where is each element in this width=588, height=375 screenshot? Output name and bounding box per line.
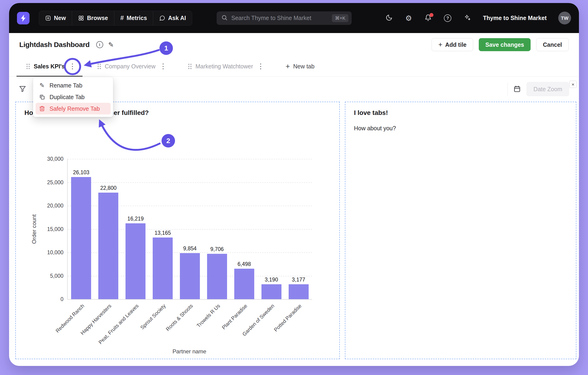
plus-icon: + (438, 41, 442, 48)
nav-metrics-button[interactable]: # Metrics (114, 11, 153, 25)
x-category-text: Garden of Sweden (241, 303, 276, 337)
add-tile-label: Add tile (445, 41, 467, 48)
grid-icon (78, 15, 84, 21)
plus-square-icon (45, 15, 51, 21)
x-category-label: Garden of Sweden (195, 303, 272, 309)
global-search[interactable]: ⌘+K (217, 11, 352, 25)
nav-metrics-label: Metrics (127, 15, 147, 22)
dashboard-header: Lightdash Dashboard i ✎ + Add tile Save … (9, 33, 579, 56)
drag-handle-icon[interactable] (26, 64, 30, 69)
app-window: New Browse # Metrics Ask AI (9, 3, 579, 366)
nav-browse-button[interactable]: Browse (72, 11, 114, 25)
shortcut-badge: ⌘+K (332, 14, 348, 22)
nav-ask-ai-button[interactable]: Ask AI (153, 11, 192, 25)
filters-button[interactable] (19, 85, 26, 93)
bar-value-label: 9,706 (197, 246, 237, 252)
dashboard-tabs: Sales KPI's ⋮ Company Overview ⋮ Marketi… (9, 56, 579, 77)
close-button[interactable]: × (569, 81, 577, 88)
settings-button[interactable]: ⚙ (404, 13, 413, 23)
bar-garden-of-sweden[interactable] (262, 284, 282, 299)
x-category-text: Peat, Fruits and Leaves (97, 303, 140, 345)
add-tile-button[interactable]: + Add tile (431, 38, 473, 51)
y-tick-label: 20,000 (29, 202, 63, 209)
save-changes-button[interactable]: Save changes (479, 38, 531, 51)
tab-sales-kpis[interactable]: Sales KPI's ⋮ (26, 63, 76, 70)
x-category-label: Peat, Fruits and Leaves (59, 303, 136, 309)
tab-marketing-watchtower[interactable]: Marketing Watchtower ⋮ (188, 63, 265, 70)
chat-bubble-icon (159, 15, 165, 21)
text-tile-body: How about you? (354, 125, 396, 132)
bar-sprout-society[interactable] (153, 238, 173, 299)
chart-tile: How many orders each partner fulfilled? … (15, 102, 340, 359)
lightdash-logo-icon[interactable] (17, 12, 30, 24)
menu-item-duplicate-tab[interactable]: Duplicate Tab (36, 91, 111, 103)
x-category-label: Sprout Society (86, 303, 163, 309)
x-category-label: Happy Harvesters (32, 303, 108, 309)
tab-menu-button[interactable]: ⋮ (257, 63, 265, 70)
date-zoom-button[interactable]: Date Zoom (526, 82, 569, 96)
tab-context-menu: ✎ Rename Tab Duplicate Tab Safely Remove… (33, 77, 113, 117)
nav-browse-label: Browse (87, 15, 108, 22)
x-category-text: Trowels R Us (195, 303, 221, 329)
x-category-label: Potted Paradise (222, 303, 299, 309)
topbar-actions: ⚙ ? Thyme to Shine Market TW (384, 12, 571, 24)
drag-handle-icon[interactable] (97, 64, 101, 69)
x-category-text: Happy Harvesters (80, 303, 113, 336)
bar-roots-shoots[interactable] (180, 253, 200, 299)
x-category-text: Potted Paradise (273, 303, 303, 333)
y-tick-label: 30,000 (29, 156, 63, 162)
x-category-label: Trowels R Us (140, 303, 217, 309)
date-zoom-label: Date Zoom (533, 86, 562, 93)
tab-menu-button[interactable]: ⋮ (69, 63, 76, 70)
menu-item-rename-tab[interactable]: ✎ Rename Tab (36, 79, 111, 91)
x-category-label: Redwood Ranch (9, 303, 81, 309)
close-icon: × (571, 82, 574, 87)
sparkles-button[interactable] (462, 13, 472, 23)
calendar-button[interactable] (513, 85, 521, 93)
nav-new-label: New (54, 15, 66, 22)
bar-value-label: 22,800 (89, 185, 128, 191)
org-name[interactable]: Thyme to Shine Market (483, 15, 547, 22)
tab-label[interactable]: Marketing Watchtower (195, 63, 253, 70)
menu-item-label: Duplicate Tab (50, 94, 84, 100)
avatar[interactable]: TW (558, 12, 571, 24)
bar-value-label: 6,498 (224, 261, 264, 267)
tab-menu-button[interactable]: ⋮ (159, 63, 167, 70)
x-category-label: Plant Paradise (168, 303, 244, 309)
new-tab-button[interactable]: + New tab (286, 63, 315, 70)
bar-happy-harvesters[interactable] (98, 193, 118, 299)
drag-handle-icon[interactable] (188, 64, 192, 69)
funnel-icon (19, 85, 26, 93)
bar-value-label: 16,219 (116, 215, 155, 222)
x-axis-title: Partner name (172, 348, 206, 355)
text-tile: I love tabs! How about you? (345, 102, 576, 359)
tab-label[interactable]: Sales KPI's (34, 63, 65, 70)
help-button[interactable]: ? (443, 13, 452, 23)
tab-label[interactable]: Company Overview (105, 63, 156, 70)
help-icon: ? (444, 14, 451, 22)
menu-item-safely-remove-tab[interactable]: Safely Remove Tab (36, 103, 111, 114)
text-tile-title: I love tabs! (354, 109, 388, 117)
cancel-button[interactable]: Cancel (536, 38, 569, 51)
notifications-button[interactable] (423, 13, 433, 23)
y-tick-label: 5,000 (29, 273, 63, 279)
search-icon (221, 14, 228, 22)
bar-plant-paradise[interactable] (234, 269, 254, 299)
bar-trowels-r-us[interactable] (207, 254, 227, 299)
bar-potted-paradise[interactable] (289, 284, 309, 299)
topbar: New Browse # Metrics Ask AI (9, 3, 579, 33)
bar-value-label: 13,165 (143, 230, 182, 236)
bar-redwood-ranch[interactable] (71, 177, 91, 299)
search-input[interactable] (231, 15, 328, 22)
edit-title-icon[interactable]: ✎ (108, 41, 114, 49)
nav-new-button[interactable]: New (39, 11, 72, 25)
x-category-text: Roots & Shoots (165, 303, 194, 332)
desktop-frame: { "topbar": { "nav_items": ["New", "Brow… (0, 0, 588, 375)
bar-peat-fruits-and-leaves[interactable] (126, 223, 146, 299)
annotation-step-badge-1: 1 (159, 41, 173, 55)
tab-company-overview[interactable]: Company Overview ⋮ (97, 63, 167, 70)
dark-mode-toggle[interactable] (384, 13, 394, 23)
info-icon[interactable]: i (96, 41, 103, 48)
x-category-text: Sprout Society (139, 303, 167, 331)
y-tick-label: 10,000 (29, 249, 63, 256)
